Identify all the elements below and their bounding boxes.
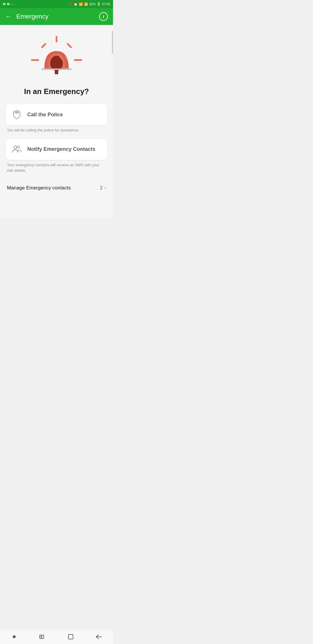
call-police-card[interactable]: Call the Police <box>6 104 107 125</box>
call-police-description: You will be calling the police for assis… <box>6 127 107 133</box>
dot-icon: · <box>15 3 16 6</box>
back-button[interactable]: ← <box>5 13 12 20</box>
emergency-heading: In an Emergency? <box>6 87 107 96</box>
signal-icon: 📶 <box>84 2 88 6</box>
siren-illustration <box>6 34 107 80</box>
main-content: In an Emergency? Call the Police You wil… <box>0 25 113 218</box>
notify-contacts-card[interactable]: Notify Emergency Contacts <box>6 139 107 160</box>
svg-rect-7 <box>41 68 72 70</box>
toolbar: ← Emergency i <box>0 8 113 25</box>
toolbar-title: Emergency <box>16 13 99 20</box>
police-icon <box>12 109 22 120</box>
gmail-icon-1: M <box>3 2 6 6</box>
siren-svg <box>25 34 88 80</box>
alarm-icon: ⏰ <box>74 2 78 6</box>
manage-right: 2 › <box>100 185 106 191</box>
status-bar: M M ✓ · 📍 ⏰ 📶 📶 92% 🔋 07:55 <box>0 0 113 8</box>
location-icon: 📍 <box>68 2 72 6</box>
battery-icon: 🔋 <box>97 2 101 6</box>
svg-rect-1 <box>41 43 47 48</box>
scrollbar <box>112 31 113 54</box>
svg-rect-3 <box>31 59 39 61</box>
gmail-icon-2: M <box>7 2 10 6</box>
contacts-icon <box>12 144 22 155</box>
chevron-right-icon: › <box>104 185 106 191</box>
call-police-label: Call the Police <box>27 112 63 118</box>
manage-label: Manage Emergency contacts <box>7 185 71 191</box>
battery-percent: 92% <box>89 2 96 6</box>
notify-contacts-label: Notify Emergency Contacts <box>27 146 95 152</box>
check-icon: ✓ <box>11 3 13 6</box>
svg-point-11 <box>17 146 20 148</box>
clock: 07:55 <box>102 2 110 6</box>
svg-rect-9 <box>16 112 18 113</box>
svg-rect-4 <box>74 59 82 61</box>
status-right: 📍 ⏰ 📶 📶 92% 🔋 07:55 <box>68 2 110 6</box>
manage-count: 2 <box>100 185 103 191</box>
notify-contacts-description: Your emergency contacts will receive an … <box>6 162 107 173</box>
status-icons: M M ✓ · <box>3 2 16 6</box>
manage-contacts-row[interactable]: Manage Emergency contacts 2 › <box>6 179 107 194</box>
wifi-icon: 📶 <box>79 2 83 6</box>
svg-rect-2 <box>66 43 72 48</box>
svg-point-10 <box>14 146 17 149</box>
svg-rect-0 <box>56 36 57 42</box>
info-button[interactable]: i <box>99 12 108 21</box>
